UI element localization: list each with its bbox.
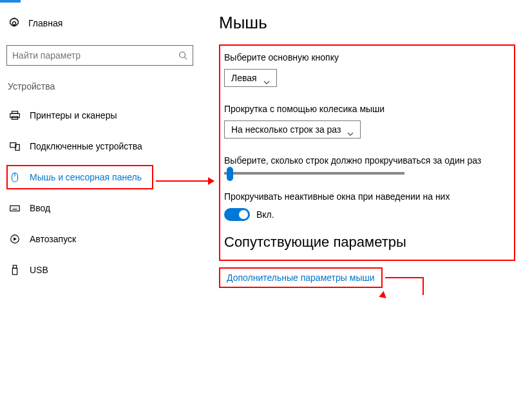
mouse-icon xyxy=(9,171,21,183)
primary-button-label: Выберите основную кнопку xyxy=(224,52,506,62)
svg-point-0 xyxy=(13,22,16,25)
annotation-arrow-to-panel xyxy=(156,180,214,182)
chevron-down-icon xyxy=(263,76,270,80)
toggle-state-label: Вкл. xyxy=(256,209,274,220)
printer-icon xyxy=(9,110,21,121)
dropdown-value: На несколько строк за раз xyxy=(231,124,341,135)
svg-rect-10 xyxy=(10,206,19,211)
search-input[interactable] xyxy=(12,50,178,61)
chevron-down-icon xyxy=(347,128,354,131)
home-nav-item[interactable]: Главная xyxy=(6,13,193,34)
svg-point-1 xyxy=(180,52,185,58)
dropdown-value: Левая xyxy=(231,73,257,83)
additional-mouse-options-link[interactable]: Дополнительные параметры мыши xyxy=(219,267,383,288)
toggle-knob xyxy=(239,210,248,219)
slider-thumb[interactable] xyxy=(227,167,233,181)
main-content: Мышь Выберите основную кнопку Левая Прок… xyxy=(200,0,532,402)
devices-icon xyxy=(9,140,21,152)
home-label: Главная xyxy=(28,18,62,28)
lines-slider[interactable] xyxy=(224,172,404,175)
related-settings-title: Сопутствующие параметры xyxy=(224,234,506,251)
highlight-box-main: Выберите основную кнопку Левая Прокрутка… xyxy=(219,44,515,261)
sidebar-item-printers[interactable]: Принтеры и сканеры xyxy=(6,103,193,128)
nav-label: USB xyxy=(30,265,48,275)
sidebar-item-typing[interactable]: Ввод xyxy=(6,196,193,220)
svg-rect-18 xyxy=(12,268,17,274)
scroll-mode-label: Прокрутка с помощью колесика мыши xyxy=(224,104,506,114)
nav-label: Подключенные устройства xyxy=(30,141,142,151)
nav-label: Мышь и сенсорная панель xyxy=(30,172,142,182)
link-text: Дополнительные параметры мыши xyxy=(227,273,375,283)
scroll-mode-dropdown[interactable]: На несколько строк за раз xyxy=(224,120,361,139)
nav-label: Автозапуск xyxy=(30,234,76,244)
inactive-scroll-toggle[interactable] xyxy=(224,208,250,221)
keyboard-icon xyxy=(9,202,21,214)
inactive-scroll-label: Прокручивать неактивные окна при наведен… xyxy=(224,191,506,202)
sidebar-item-connected-devices[interactable]: Подключенные устройства xyxy=(6,134,193,158)
category-label: Устройства xyxy=(6,81,193,91)
nav-label: Принтеры и сканеры xyxy=(30,110,117,120)
page-title: Мышь xyxy=(219,13,526,33)
primary-button-dropdown[interactable]: Левая xyxy=(224,69,277,87)
search-icon xyxy=(178,51,187,60)
svg-line-2 xyxy=(185,57,187,60)
sidebar-item-usb[interactable]: USB xyxy=(6,258,193,282)
autoplay-icon xyxy=(9,233,21,245)
usb-icon xyxy=(9,264,21,276)
sidebar: Главная Устройства Принтеры и сканеры xyxy=(0,0,200,402)
search-box[interactable] xyxy=(6,45,193,66)
nav-label: Ввод xyxy=(30,203,50,213)
annotation-arrow-to-link xyxy=(385,277,424,295)
sidebar-item-autoplay[interactable]: Автозапуск xyxy=(6,227,193,251)
svg-rect-17 xyxy=(13,265,16,269)
window-accent-strip xyxy=(0,0,21,3)
lines-label: Выберите, сколько строк должно прокручив… xyxy=(224,155,506,166)
sidebar-item-mouse-touchpad[interactable]: Мышь и сенсорная панель xyxy=(6,165,153,189)
gear-icon xyxy=(8,17,21,30)
